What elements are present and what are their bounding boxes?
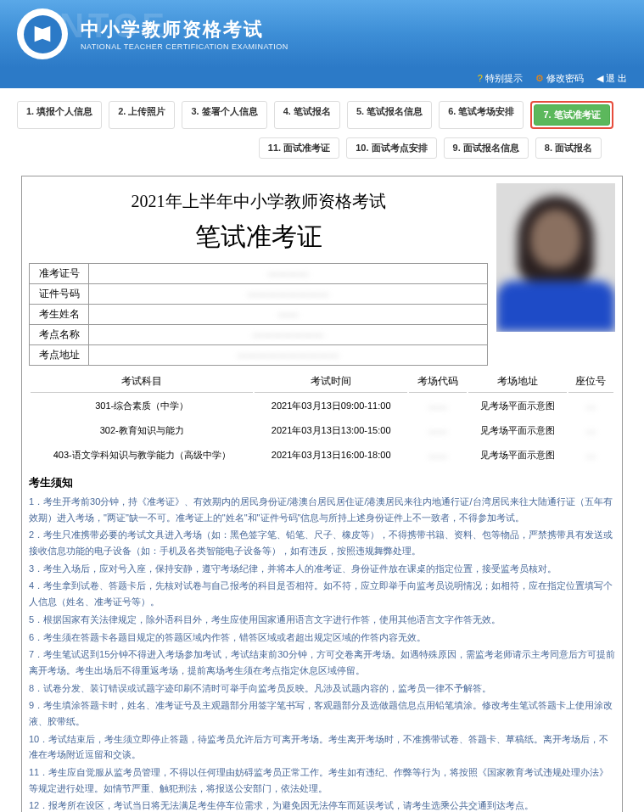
nav-step[interactable]: 6. 笔试考场安排 bbox=[439, 101, 524, 129]
col-header: 考场代码 bbox=[409, 371, 467, 393]
col-header: 考场地址 bbox=[468, 371, 567, 393]
notice-list: 1．考生开考前30分钟，持《准考证》、有效期内的居民身份证/港澳台居民居住证/港… bbox=[29, 494, 615, 812]
change-password-link[interactable]: ⚙修改密码 bbox=[535, 72, 584, 85]
table-row: 301-综合素质（中学）2021年03月13日09:00-11:00——见考场平… bbox=[31, 395, 613, 417]
nav-step[interactable]: 2. 上传照片 bbox=[109, 101, 175, 129]
notice-item: 10．考试结束后，考生须立即停止答题，待监考员允许后方可离开考场。考生离开考场时… bbox=[29, 731, 615, 763]
arrow-icon: ◀ bbox=[596, 73, 603, 84]
notice-item: 11．考生应自觉服从监考员管理，不得以任何理由妨碍监考员正常工作。考生如有违纪、… bbox=[29, 764, 615, 796]
subject-table: 考试科目考试时间考场代码考场地址座位号301-综合素质（中学）2021年03月1… bbox=[29, 369, 615, 468]
info-value: ——————— bbox=[89, 325, 488, 345]
nav-step[interactable]: 8. 面试报名 bbox=[535, 137, 602, 159]
notice-item: 4．考生拿到试卷、答题卡后，先核对试卷与自己报考的科目是否相符。如不符，应立即举… bbox=[29, 578, 615, 609]
ticket-title-1: 2021年上半年中小学教师资格考试 bbox=[29, 183, 488, 216]
table-row: 403-语文学科知识与教学能力（高级中学）2021年03月13日16:00-18… bbox=[31, 444, 613, 467]
nav-steps: 1. 填报个人信息2. 上传照片3. 签署个人信息4. 笔试报名5. 笔试报名信… bbox=[0, 88, 644, 176]
info-value: —————————— bbox=[89, 345, 488, 366]
notice-item: 5．根据国家有关法律规定，除外语科目外，考生应使用国家通用语言文字进行作答，使用… bbox=[29, 612, 615, 628]
site-subtitle: NATIONAL TEACHER CERTIFICATION EXAMINATI… bbox=[81, 42, 288, 51]
info-label: 证件号码 bbox=[30, 284, 89, 305]
col-header: 考试科目 bbox=[31, 371, 253, 393]
ticket-title-2: 笔试准考证 bbox=[29, 216, 488, 263]
watermark: NTCE bbox=[59, 7, 169, 45]
nav-step[interactable]: 7. 笔试准考证 bbox=[534, 104, 609, 126]
col-header: 座位号 bbox=[568, 371, 613, 393]
ticket-box: 2021年上半年中小学教师资格考试 笔试准考证 准考证号————证件号码————… bbox=[21, 176, 623, 812]
nav-step[interactable]: 9. 面试报名信息 bbox=[444, 137, 529, 159]
nav-step[interactable]: 5. 笔试报名信息 bbox=[347, 101, 432, 129]
notice-item: 3．考生入场后，应对号入座，保持安静，遵守考场纪律，并将本人的准考证、身份证件放… bbox=[29, 561, 615, 577]
notice-item: 6．考生须在答题卡各题目规定的答题区域内作答，错答区域或者超出规定区域的作答内容… bbox=[29, 630, 615, 646]
notice-item: 12．报考所在设区，考试当日将无法满足考生停车位需求，为避免因无法停车而延误考试… bbox=[29, 798, 615, 812]
gear-icon: ⚙ bbox=[535, 73, 544, 84]
topbar: ?特别提示 ⚙修改密码 ◀退 出 bbox=[0, 68, 644, 88]
special-notice-link[interactable]: ?特别提示 bbox=[478, 72, 523, 85]
content: 2021年上半年中小学教师资格考试 笔试准考证 准考证号————证件号码————… bbox=[0, 176, 644, 812]
notice-item: 7．考生笔试迟到15分钟不得进入考场参加考试，考试结束前30分钟，方可交卷离开考… bbox=[29, 647, 615, 678]
info-label: 考生姓名 bbox=[30, 305, 89, 325]
info-table: 准考证号————证件号码————————考生姓名——考点名称———————考点地… bbox=[29, 263, 488, 366]
notice-item: 8．试卷分发、装订错误或试题字迹印刷不清时可举手向监考员反映。凡涉及试题内容的，… bbox=[29, 680, 615, 697]
col-header: 考试时间 bbox=[255, 371, 407, 393]
notice-item: 9．考生填涂答题卡时，姓名、准考证号及主观题部分用签字笔书写，客观题部分及选做题… bbox=[29, 697, 615, 729]
book-icon bbox=[31, 22, 54, 46]
exit-link[interactable]: ◀退 出 bbox=[596, 72, 627, 85]
info-label: 准考证号 bbox=[30, 264, 89, 284]
candidate-photo bbox=[496, 183, 615, 332]
table-row: 302-教育知识与能力2021年03月13日13:00-15:00——见考场平面… bbox=[31, 419, 613, 442]
nav-step[interactable]: 3. 签署个人信息 bbox=[182, 101, 266, 129]
page-header: NTCE 中小学教师资格考试 NATIONAL TEACHER CERTIFIC… bbox=[0, 0, 644, 68]
nav-step[interactable]: 11. 面试准考证 bbox=[259, 137, 339, 159]
info-value: ———————— bbox=[89, 284, 488, 305]
info-value: ———— bbox=[89, 264, 488, 284]
notice-item: 1．考生开考前30分钟，持《准考证》、有效期内的居民身份证/港澳台居民居住证/港… bbox=[29, 494, 615, 525]
question-icon: ? bbox=[478, 73, 483, 83]
nav-step[interactable]: 4. 笔试报名 bbox=[274, 101, 340, 129]
notice-item: 2．考生只准携带必要的考试文具进入考场（如：黑色签字笔、铅笔、尺子、橡皮等），不… bbox=[29, 527, 615, 558]
info-label: 考点地址 bbox=[30, 345, 89, 366]
info-label: 考点名称 bbox=[30, 325, 89, 345]
nav-step[interactable]: 10. 面试考点安排 bbox=[346, 137, 436, 159]
nav-step[interactable]: 1. 填报个人信息 bbox=[17, 101, 102, 129]
info-value: —— bbox=[89, 305, 488, 325]
notice-title: 考生须知 bbox=[29, 475, 615, 490]
